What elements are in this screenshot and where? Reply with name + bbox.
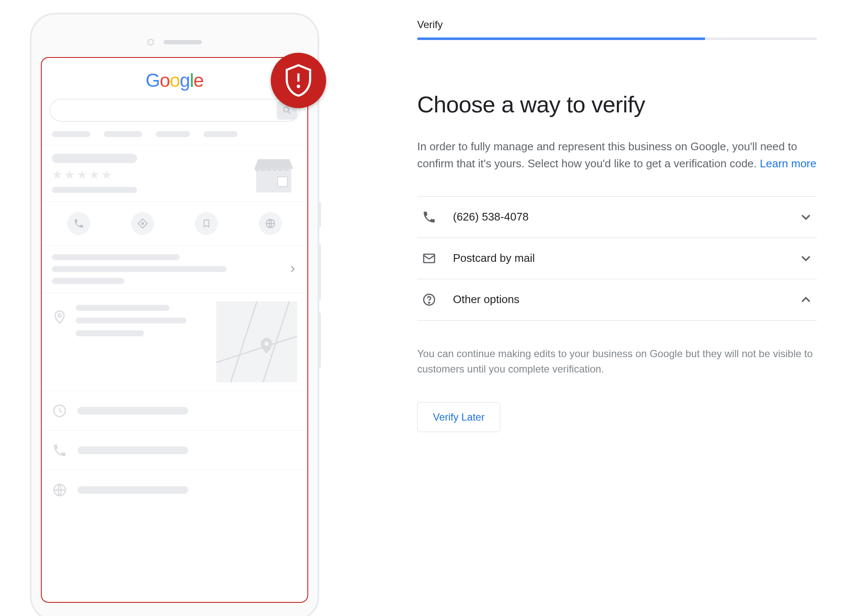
pin-icon xyxy=(52,309,67,324)
search-bar-placeholder xyxy=(49,99,300,122)
progress-fill xyxy=(417,37,705,40)
shield-alert-icon xyxy=(284,64,312,97)
clock-icon xyxy=(52,403,67,418)
verification-subtext: You can continue making edits to your bu… xyxy=(417,346,817,377)
globe-icon xyxy=(52,482,67,498)
verify-option-postcard[interactable]: Postcard by mail xyxy=(417,238,817,279)
chevron-up-icon xyxy=(798,292,814,307)
svg-line-3 xyxy=(288,112,291,114)
save-action-icon xyxy=(195,212,218,235)
tabs-placeholder xyxy=(42,131,307,145)
phone-side-button xyxy=(318,202,321,227)
verify-option-other[interactable]: Other options xyxy=(417,279,817,320)
phone-side-button xyxy=(318,244,321,300)
detail-row-placeholder xyxy=(42,245,307,292)
page-heading: Choose a way to verify xyxy=(417,91,817,117)
svg-point-11 xyxy=(58,314,61,317)
mail-icon xyxy=(421,250,438,267)
rating-stars-placeholder: ★★★★★ xyxy=(52,169,250,181)
option-label: Postcard by mail xyxy=(453,252,798,265)
svg-point-17 xyxy=(429,302,430,303)
website-action-icon xyxy=(259,212,282,235)
verification-panel: Verify Choose a way to verify In order t… xyxy=(332,9,834,607)
help-icon xyxy=(421,291,438,308)
option-label: Other options xyxy=(453,293,798,306)
map-placeholder xyxy=(216,301,297,382)
phone-icon xyxy=(421,209,438,226)
directions-action-icon xyxy=(131,212,154,235)
map-pin-icon xyxy=(257,333,276,357)
google-logo: Google xyxy=(42,58,307,99)
phone-frame: Google xyxy=(30,13,319,616)
phone-side-button xyxy=(318,312,321,368)
business-header-placeholder: ★★★★★ xyxy=(42,145,307,201)
storefront-icon xyxy=(250,149,297,198)
verify-later-button[interactable]: Verify Later xyxy=(417,402,500,432)
progress-bar xyxy=(417,37,817,40)
location-row-placeholder xyxy=(42,292,307,391)
svg-rect-6 xyxy=(278,177,287,186)
call-action-icon xyxy=(67,212,90,235)
svg-point-2 xyxy=(284,107,289,112)
phone-earpiece xyxy=(41,27,308,57)
chevron-down-icon xyxy=(798,251,814,266)
unverified-shield-badge xyxy=(271,53,326,108)
svg-marker-5 xyxy=(254,159,293,169)
progress-step-label: Verify xyxy=(417,19,817,31)
website-row-placeholder xyxy=(42,470,307,510)
svg-point-1 xyxy=(298,86,299,87)
svg-point-12 xyxy=(264,341,269,346)
verify-option-phone[interactable]: (626) 538-4078 xyxy=(417,196,817,238)
hours-row-placeholder xyxy=(42,391,307,430)
phone-icon xyxy=(52,443,67,458)
verification-options: (626) 538-4078 Postcard by mail Other op… xyxy=(417,196,817,321)
option-label: (626) 538-4078 xyxy=(453,210,798,223)
svg-point-9 xyxy=(142,223,143,224)
action-icons-row xyxy=(42,201,307,245)
chevron-down-icon xyxy=(798,209,814,225)
phone-row-placeholder xyxy=(42,430,307,470)
chevron-right-icon xyxy=(288,264,297,274)
page-description: In order to fully manage and represent t… xyxy=(417,138,817,172)
phone-illustration-column: Google xyxy=(17,9,332,607)
learn-more-link[interactable]: Learn more xyxy=(760,157,817,170)
description-text: In order to fully manage and represent t… xyxy=(417,140,797,170)
phone-screen: Google xyxy=(41,57,308,603)
